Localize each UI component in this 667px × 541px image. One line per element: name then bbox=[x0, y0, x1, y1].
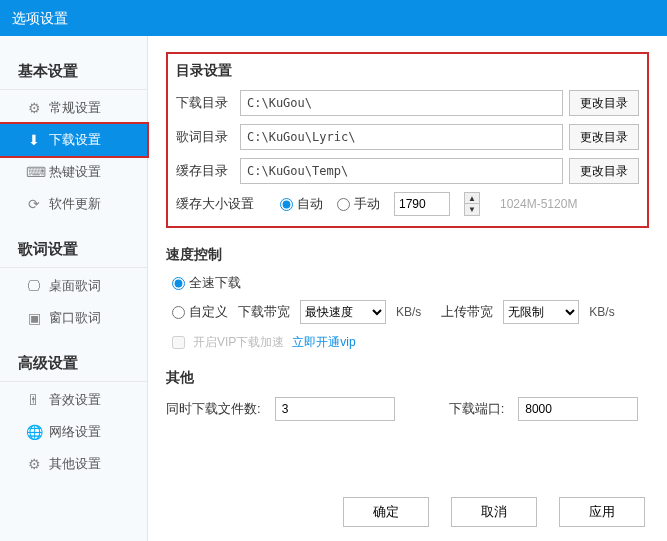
directory-row: 歌词目录更改目录 bbox=[176, 124, 639, 150]
ok-button[interactable]: 确定 bbox=[343, 497, 429, 527]
footer-buttons: 确定 取消 应用 bbox=[343, 497, 645, 527]
files-label: 同时下载文件数: bbox=[166, 400, 261, 418]
stepper-up-icon[interactable]: ▲ bbox=[465, 193, 479, 204]
sidebar-item-label: 其他设置 bbox=[49, 455, 101, 473]
sidebar-item-icon: ⚙ bbox=[26, 100, 42, 116]
full-speed-radio[interactable]: 全速下载 bbox=[172, 274, 241, 292]
sidebar-section-title: 歌词设置 bbox=[0, 234, 147, 268]
cancel-button[interactable]: 取消 bbox=[451, 497, 537, 527]
cache-size-label: 缓存大小设置 bbox=[176, 195, 266, 213]
sidebar-item-icon: ⌨ bbox=[26, 164, 42, 180]
sidebar-item[interactable]: 🖵桌面歌词 bbox=[0, 270, 147, 302]
sidebar-item-label: 窗口歌词 bbox=[49, 309, 101, 327]
cache-size-stepper[interactable]: ▲ ▼ bbox=[464, 192, 480, 216]
other-section: 其他 同时下载文件数: 下载端口: bbox=[166, 369, 649, 421]
window-title: 选项设置 bbox=[12, 10, 68, 26]
kb-unit: KB/s bbox=[396, 305, 421, 319]
sidebar-item[interactable]: 🎚音效设置 bbox=[0, 384, 147, 416]
sidebar-item-icon: 🖵 bbox=[26, 278, 42, 294]
sidebar-item[interactable]: ⌨热键设置 bbox=[0, 156, 147, 188]
sidebar-section-title: 高级设置 bbox=[0, 348, 147, 382]
sidebar-item[interactable]: ⚙常规设置 bbox=[0, 92, 147, 124]
sidebar-item-label: 网络设置 bbox=[49, 423, 101, 441]
directory-label: 缓存目录 bbox=[176, 162, 240, 180]
speed-title: 速度控制 bbox=[166, 246, 649, 264]
download-bw-label: 下载带宽 bbox=[238, 303, 290, 321]
sidebar-section-title: 基本设置 bbox=[0, 56, 147, 90]
vip-link[interactable]: 立即开通vip bbox=[292, 334, 355, 351]
download-bw-select[interactable]: 最快速度 bbox=[300, 300, 386, 324]
speed-section: 速度控制 全速下载 自定义 下载带宽 最快速度 KB/s 上传带宽 bbox=[166, 246, 649, 351]
custom-speed-radio[interactable]: 自定义 bbox=[172, 303, 228, 321]
sidebar-item-label: 软件更新 bbox=[49, 195, 101, 213]
stepper-down-icon[interactable]: ▼ bbox=[465, 204, 479, 215]
sidebar-item-label: 热键设置 bbox=[49, 163, 101, 181]
port-input[interactable] bbox=[518, 397, 638, 421]
sidebar-item[interactable]: ⚙其他设置 bbox=[0, 448, 147, 480]
cache-range-hint: 1024M-5120M bbox=[500, 197, 577, 211]
directory-settings-box: 目录设置 下载目录更改目录歌词目录更改目录缓存目录更改目录 缓存大小设置 自动 … bbox=[166, 52, 649, 228]
directory-label: 歌词目录 bbox=[176, 128, 240, 146]
sidebar-item-label: 下载设置 bbox=[49, 131, 101, 149]
sidebar-item[interactable]: ⟳软件更新 bbox=[0, 188, 147, 220]
change-dir-button[interactable]: 更改目录 bbox=[569, 158, 639, 184]
port-label: 下载端口: bbox=[449, 400, 505, 418]
sidebar-item-icon: 🌐 bbox=[26, 424, 42, 440]
kb-unit-2: KB/s bbox=[589, 305, 614, 319]
sidebar-item-label: 音效设置 bbox=[49, 391, 101, 409]
upload-bw-label: 上传带宽 bbox=[441, 303, 493, 321]
upload-bw-select[interactable]: 无限制 bbox=[503, 300, 579, 324]
directory-row: 缓存目录更改目录 bbox=[176, 158, 639, 184]
vip-checkbox-label: 开启VIP下载加速 bbox=[193, 334, 284, 351]
sidebar-item-icon: 🎚 bbox=[26, 392, 42, 408]
sidebar-item-icon: ⟳ bbox=[26, 196, 42, 212]
cache-manual-radio[interactable]: 手动 bbox=[337, 195, 380, 213]
vip-checkbox bbox=[172, 336, 185, 349]
sidebar-item[interactable]: ▣窗口歌词 bbox=[0, 302, 147, 334]
other-title: 其他 bbox=[166, 369, 649, 387]
cache-manual-input[interactable] bbox=[337, 198, 350, 211]
change-dir-button[interactable]: 更改目录 bbox=[569, 124, 639, 150]
directory-path-input[interactable] bbox=[240, 124, 563, 150]
sidebar-item-icon: ⬇ bbox=[26, 132, 42, 148]
sidebar-item[interactable]: 🌐网络设置 bbox=[0, 416, 147, 448]
directory-path-input[interactable] bbox=[240, 158, 563, 184]
directory-title: 目录设置 bbox=[176, 62, 639, 80]
apply-button[interactable]: 应用 bbox=[559, 497, 645, 527]
directory-label: 下载目录 bbox=[176, 94, 240, 112]
sidebar: 基本设置⚙常规设置⬇下载设置⌨热键设置⟳软件更新歌词设置🖵桌面歌词▣窗口歌词高级… bbox=[0, 36, 148, 541]
sidebar-item-label: 常规设置 bbox=[49, 99, 101, 117]
cache-size-input[interactable] bbox=[394, 192, 450, 216]
title-bar: 选项设置 bbox=[0, 0, 667, 36]
directory-row: 下载目录更改目录 bbox=[176, 90, 639, 116]
cache-size-row: 缓存大小设置 自动 手动 ▲ ▼ 1024M-5120M bbox=[176, 192, 639, 216]
sidebar-item-icon: ▣ bbox=[26, 310, 42, 326]
sidebar-item[interactable]: ⬇下载设置 bbox=[0, 124, 147, 156]
content-panel: 目录设置 下载目录更改目录歌词目录更改目录缓存目录更改目录 缓存大小设置 自动 … bbox=[148, 36, 667, 541]
change-dir-button[interactable]: 更改目录 bbox=[569, 90, 639, 116]
files-input[interactable] bbox=[275, 397, 395, 421]
sidebar-item-icon: ⚙ bbox=[26, 456, 42, 472]
sidebar-item-label: 桌面歌词 bbox=[49, 277, 101, 295]
directory-path-input[interactable] bbox=[240, 90, 563, 116]
cache-auto-radio[interactable]: 自动 bbox=[280, 195, 323, 213]
cache-auto-input[interactable] bbox=[280, 198, 293, 211]
